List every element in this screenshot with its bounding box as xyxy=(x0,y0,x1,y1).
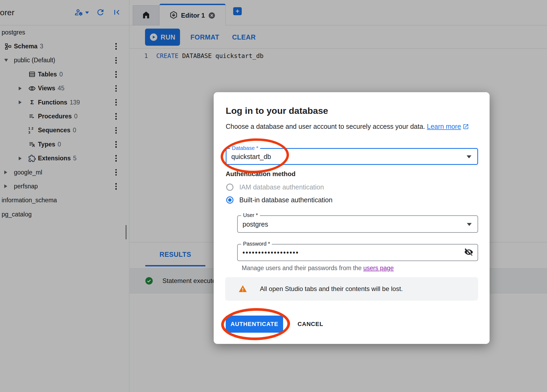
radio-unselected-icon[interactable] xyxy=(226,184,233,191)
warning-triangle-icon xyxy=(239,285,247,293)
password-field-value: •••••••••••••••••• xyxy=(243,249,299,257)
database-select-label: Database * xyxy=(230,145,260,151)
dialog-subtitle: Choose a database and user account to se… xyxy=(226,123,469,130)
dialog-actions: AUTHENTICATE CANCEL xyxy=(226,316,325,333)
authenticate-button[interactable]: AUTHENTICATE xyxy=(226,316,283,333)
warning-banner: All open Studio tabs and their contents … xyxy=(225,277,478,301)
radio-iam-auth[interactable]: IAM database authentication xyxy=(226,183,324,191)
password-field-label: Password * xyxy=(241,241,272,247)
visibility-off-icon xyxy=(464,248,473,258)
database-select-value: quickstart_db xyxy=(231,153,271,160)
users-page-link[interactable]: users page xyxy=(363,265,394,271)
dropdown-arrow-icon[interactable] xyxy=(467,223,472,226)
radio-selected-icon[interactable] xyxy=(226,196,233,204)
user-select[interactable]: User * postgres xyxy=(237,215,478,233)
app-root: orer xyxy=(0,0,547,392)
password-field[interactable]: Password * •••••••••••••••••• xyxy=(237,244,478,261)
cancel-button[interactable]: CANCEL xyxy=(296,320,325,328)
dropdown-arrow-icon[interactable] xyxy=(467,155,471,158)
auth-method-label: Authentication method xyxy=(226,170,295,178)
user-select-label: User * xyxy=(241,212,260,218)
radio-iam-label: IAM database authentication xyxy=(239,183,324,191)
login-dialog: Log in to your database Choose a databas… xyxy=(214,92,490,344)
dialog-title: Log in to your database xyxy=(226,106,328,116)
warning-text: All open Studio tabs and their contents … xyxy=(260,285,403,293)
external-link-icon xyxy=(463,123,469,130)
helper-prefix: Manage users and their passwords from th… xyxy=(242,265,363,271)
password-helper-text: Manage users and their passwords from th… xyxy=(242,265,394,272)
toggle-password-visibility-button[interactable] xyxy=(464,248,473,258)
radio-builtin-auth[interactable]: Built-in database authentication xyxy=(226,196,333,204)
dialog-subtitle-text: Choose a database and user account to se… xyxy=(226,123,425,130)
user-select-value: postgres xyxy=(243,220,268,228)
learn-more-link[interactable]: Learn more xyxy=(427,123,469,130)
radio-builtin-label: Built-in database authentication xyxy=(239,196,333,204)
learn-more-label: Learn more xyxy=(427,123,461,130)
database-select[interactable]: Database * quickstart_db xyxy=(226,148,478,165)
